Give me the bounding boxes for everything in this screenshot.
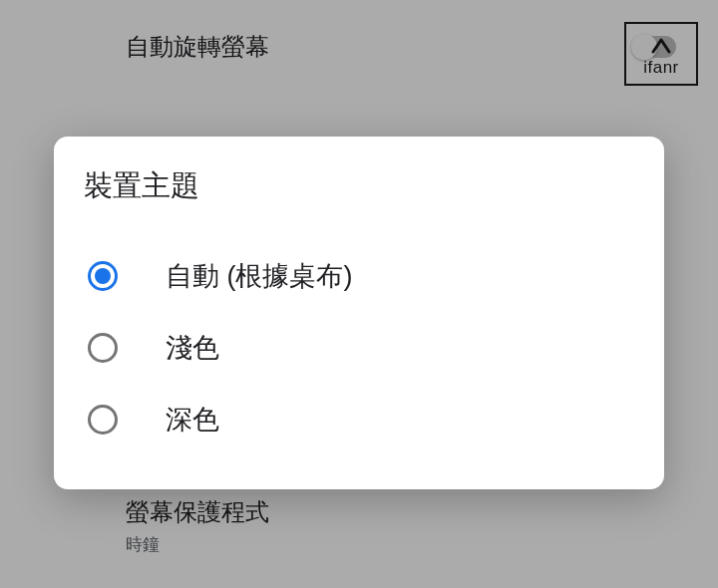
dialog-title: 裝置主題 — [84, 166, 634, 206]
theme-option-auto-label: 自動 (根據桌布) — [166, 258, 352, 294]
radio-icon — [88, 261, 118, 291]
theme-option-dark-label: 深色 — [166, 402, 219, 438]
radio-icon — [88, 333, 118, 363]
radio-icon — [88, 405, 118, 435]
theme-option-auto[interactable]: 自動 (根據桌布) — [84, 240, 634, 312]
theme-option-light-label: 淺色 — [166, 330, 219, 366]
device-theme-dialog: 裝置主題 自動 (根據桌布) 淺色 深色 — [54, 137, 664, 489]
theme-option-light[interactable]: 淺色 — [84, 312, 634, 384]
theme-option-dark[interactable]: 深色 — [84, 384, 634, 455]
